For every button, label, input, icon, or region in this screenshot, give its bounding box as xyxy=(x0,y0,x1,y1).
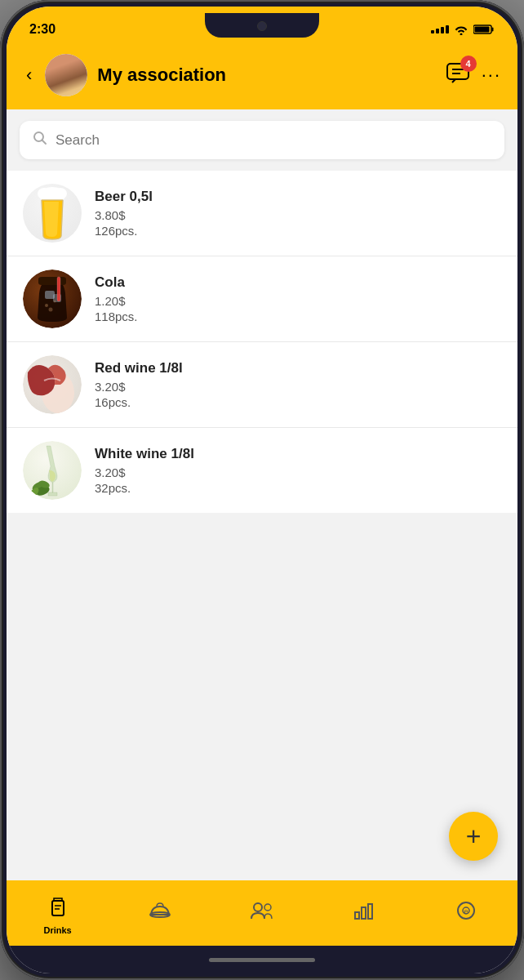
page-title: My association xyxy=(97,65,435,86)
svg-point-13 xyxy=(45,304,48,307)
svg-point-14 xyxy=(53,300,56,302)
nav-stats[interactable] xyxy=(313,901,415,929)
item-qty: 118pcs. xyxy=(95,310,501,323)
item-image-cola xyxy=(23,270,82,328)
item-name: Red wine 1/8l xyxy=(95,360,501,376)
svg-point-28 xyxy=(264,904,271,911)
content-area: Beer 0,5l 3.80$ 126pcs. xyxy=(7,109,517,880)
app-header: ‹ My association 4 ··· xyxy=(7,46,517,109)
item-qty: 32pcs. xyxy=(95,481,501,495)
svg-rect-1 xyxy=(492,28,494,32)
notifications-button[interactable]: 4 xyxy=(446,62,470,88)
item-image-beer xyxy=(23,184,82,243)
list-item[interactable]: White wine 1/8l 3.20$ 32pcs. xyxy=(7,428,517,513)
nav-drinks[interactable]: Drinks xyxy=(7,894,109,935)
svg-rect-2 xyxy=(475,27,490,33)
svg-rect-31 xyxy=(368,904,372,919)
svg-line-7 xyxy=(42,140,47,145)
list-item[interactable]: Beer 0,5l 3.80$ 126pcs. xyxy=(7,171,517,256)
phone-frame: 2:30 ‹ xyxy=(0,0,524,980)
search-box xyxy=(20,121,504,159)
screen: 2:30 ‹ xyxy=(7,7,517,973)
item-list: Beer 0,5l 3.80$ 126pcs. xyxy=(7,171,517,513)
item-info-beer: Beer 0,5l 3.80$ 126pcs. xyxy=(95,189,501,238)
item-qty: 16pcs. xyxy=(95,395,501,409)
item-price: 3.20$ xyxy=(95,466,501,479)
item-name: White wine 1/8l xyxy=(95,446,501,462)
item-name: Cola xyxy=(95,274,501,291)
item-info-whitewine: White wine 1/8l 3.20$ 32pcs. xyxy=(95,446,501,495)
battery-icon xyxy=(473,24,495,35)
home-indicator xyxy=(7,946,517,973)
front-camera xyxy=(257,21,267,31)
avatar-image xyxy=(45,54,87,96)
stats-icon xyxy=(353,901,375,925)
notch xyxy=(205,13,319,38)
back-button[interactable]: ‹ xyxy=(23,61,35,89)
nav-members[interactable] xyxy=(211,901,313,929)
svg-point-9 xyxy=(38,188,51,199)
svg-rect-29 xyxy=(355,912,359,919)
svg-point-27 xyxy=(254,903,262,911)
more-button[interactable]: ··· xyxy=(482,65,501,86)
list-item[interactable]: Red wine 1/8l 3.20$ 16pcs. xyxy=(7,342,517,428)
search-icon xyxy=(33,131,47,149)
nav-drinks-label: Drinks xyxy=(43,925,71,935)
drinks-icon xyxy=(47,894,69,922)
item-qty: 126pcs. xyxy=(95,224,501,238)
item-name: Beer 0,5l xyxy=(95,189,501,205)
search-input[interactable] xyxy=(56,132,491,149)
settings-icon: e xyxy=(455,900,477,926)
item-info-redwine: Red wine 1/8l 3.20$ 16pcs. xyxy=(95,360,501,409)
bottom-nav: Drinks xyxy=(7,880,517,946)
item-image-redwine xyxy=(23,355,82,414)
beer-illustration xyxy=(23,184,82,243)
list-item[interactable]: Cola 1.20$ 118pcs. xyxy=(7,256,517,342)
svg-rect-23 xyxy=(52,901,64,915)
add-button[interactable]: + xyxy=(449,812,498,861)
food-icon xyxy=(149,900,171,926)
nav-settings[interactable]: e xyxy=(415,900,517,929)
members-icon xyxy=(250,901,274,925)
status-icons xyxy=(431,24,495,35)
signal-icon xyxy=(431,25,449,33)
home-bar xyxy=(209,958,315,962)
wifi-icon xyxy=(454,24,468,35)
fab-container: + xyxy=(7,513,517,880)
svg-rect-30 xyxy=(362,907,366,919)
svg-point-10 xyxy=(54,188,67,199)
avatar xyxy=(45,54,87,96)
item-price: 3.20$ xyxy=(95,380,501,394)
status-time: 2:30 xyxy=(29,22,56,37)
notification-badge: 4 xyxy=(460,56,477,72)
svg-rect-16 xyxy=(57,277,60,301)
nav-food[interactable] xyxy=(109,900,211,929)
search-container xyxy=(7,109,517,171)
item-image-whitewine xyxy=(23,441,82,500)
svg-text:e: e xyxy=(464,907,468,915)
item-info-cola: Cola 1.20$ 118pcs. xyxy=(95,274,501,323)
item-price: 1.20$ xyxy=(95,294,501,308)
header-actions: 4 ··· xyxy=(446,62,501,88)
svg-point-15 xyxy=(48,307,52,311)
item-price: 3.80$ xyxy=(95,208,501,222)
